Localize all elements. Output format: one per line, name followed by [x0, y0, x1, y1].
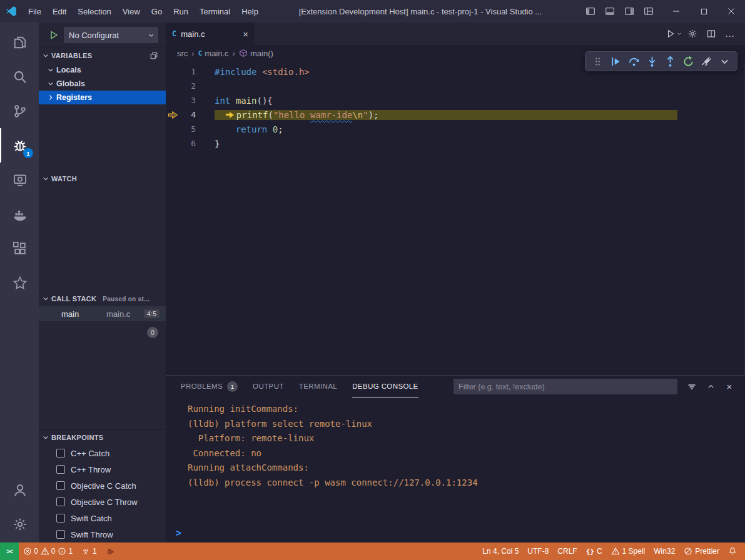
- split-editor-icon[interactable]: [702, 25, 720, 42]
- console-line: Running initCommands:: [188, 402, 745, 417]
- activity-item-accounts[interactable]: [0, 472, 39, 507]
- chevron-down-small-icon[interactable]: [719, 56, 731, 68]
- menu-selection[interactable]: Selection: [72, 0, 116, 22]
- checkbox-unchecked[interactable]: [56, 449, 65, 458]
- status-platform[interactable]: Win32: [649, 542, 679, 560]
- breadcrumb-item-src[interactable]: src: [177, 49, 188, 58]
- menu-go[interactable]: Go: [146, 0, 168, 22]
- status-language-mode[interactable]: {}C: [582, 542, 607, 560]
- close-button[interactable]: [717, 0, 745, 22]
- debug-console-input[interactable]: >: [166, 524, 745, 542]
- run-or-debug-icon[interactable]: [665, 25, 682, 42]
- toggle-sidebar-icon[interactable]: [582, 3, 599, 19]
- status-spell-checker[interactable]: 1 Spell: [607, 542, 650, 560]
- line-number[interactable]: 4: [180, 110, 196, 119]
- panel-tab-terminal[interactable]: TERMINAL: [299, 376, 337, 398]
- menu-help[interactable]: Help: [236, 0, 264, 22]
- tab-main-c[interactable]: C main.c ×: [166, 22, 255, 45]
- menu-file[interactable]: File: [23, 0, 47, 22]
- toggle-secondary-sidebar-icon[interactable]: [621, 3, 638, 19]
- menu-terminal[interactable]: Terminal: [194, 0, 236, 22]
- customize-layout-icon[interactable]: [640, 3, 657, 19]
- line-number[interactable]: 3: [180, 96, 196, 105]
- console-line: (lldb) platform select remote-linux: [188, 417, 745, 432]
- toggle-panel-icon[interactable]: [601, 3, 619, 19]
- checkbox-unchecked[interactable]: [56, 481, 65, 490]
- code-editor[interactable]: 1#include <stdio.h>23int main(){4 printf…: [166, 61, 745, 375]
- ports-status[interactable]: 1: [77, 542, 101, 560]
- status-formatter[interactable]: Prettier: [679, 542, 724, 560]
- activity-item-star[interactable]: [0, 266, 39, 300]
- step-out-icon[interactable]: [664, 56, 676, 68]
- console-filter-input[interactable]: [454, 379, 677, 394]
- continue-icon[interactable]: [610, 56, 622, 68]
- checkbox-unchecked[interactable]: [56, 465, 65, 474]
- disconnect-icon[interactable]: [701, 56, 712, 68]
- variables-section-header[interactable]: VARIABLES: [39, 48, 166, 63]
- token: ": [363, 110, 368, 120]
- debug-console-output[interactable]: Running initCommands:(lldb) platform sel…: [166, 398, 745, 524]
- chevron-down-icon: [46, 66, 55, 74]
- status-cursor-position[interactable]: Ln 4, Col 5: [478, 542, 523, 560]
- breadcrumb-label: main(): [250, 49, 273, 58]
- menu-edit[interactable]: Edit: [47, 0, 72, 22]
- line-number[interactable]: 2: [180, 81, 196, 91]
- variables-item-locals[interactable]: Locals: [39, 63, 166, 77]
- activity-item-docker[interactable]: [0, 197, 39, 231]
- breakpoints-section: BREAKPOINTS C++ CatchC++ ThrowObjective …: [39, 429, 166, 542]
- start-debugging-icon[interactable]: [49, 30, 59, 40]
- line-number[interactable]: 6: [180, 139, 196, 148]
- line-number[interactable]: 1: [180, 67, 196, 76]
- panel-tab-output[interactable]: OUTPUT: [253, 376, 284, 398]
- breadcrumb-item-main-c[interactable]: Cmain.c: [198, 49, 229, 58]
- panel-tab-problems[interactable]: PROBLEMS1: [181, 376, 238, 398]
- checkbox-unchecked[interactable]: [56, 530, 65, 539]
- remote-explorer-icon: [13, 172, 28, 188]
- panel-tab-debug-console[interactable]: DEBUG CONSOLE: [352, 376, 418, 398]
- maximize-button[interactable]: [690, 0, 717, 22]
- breakpoints-section-header[interactable]: BREAKPOINTS: [39, 430, 166, 445]
- menu-view[interactable]: View: [117, 0, 146, 22]
- problems-status[interactable]: 001: [19, 542, 77, 560]
- activity-item-explorer[interactable]: [0, 25, 39, 59]
- window-title: [Extension Development Host] main.c - te…: [264, 7, 577, 16]
- debug-status[interactable]: [101, 542, 119, 560]
- restart-icon[interactable]: [682, 56, 694, 68]
- activity-item-remote-explorer[interactable]: [0, 162, 39, 197]
- filter-icon[interactable]: [684, 379, 700, 395]
- chevron-up-icon[interactable]: [702, 379, 719, 395]
- debug-config-select[interactable]: No Configurat: [64, 27, 158, 43]
- problem-count: 0: [34, 547, 38, 556]
- remote-indicator[interactable]: ><: [0, 542, 19, 560]
- menu-bar: FileEditSelectionViewGoRunTerminalHelp: [23, 0, 264, 22]
- close-icon[interactable]: ×: [243, 29, 248, 39]
- more-actions-icon[interactable]: …: [721, 25, 739, 42]
- checkbox-unchecked[interactable]: [56, 498, 65, 506]
- minimize-button[interactable]: [662, 0, 690, 22]
- step-into-icon[interactable]: [646, 56, 658, 68]
- breadcrumb-item-main[interactable]: main(): [239, 49, 273, 58]
- variables-item-globals[interactable]: Globals: [39, 77, 166, 91]
- activity-item-search[interactable]: [0, 59, 39, 94]
- debug-settings-icon[interactable]: [684, 25, 701, 42]
- star-icon: [13, 276, 28, 291]
- current-line-arrow-icon[interactable]: [166, 111, 180, 119]
- checkbox-unchecked[interactable]: [56, 514, 65, 522]
- activity-item-source-control[interactable]: [0, 94, 39, 128]
- activity-item-settings[interactable]: [0, 507, 39, 541]
- activity-item-extensions[interactable]: [0, 231, 39, 266]
- status-notifications[interactable]: [724, 542, 741, 560]
- close-panel-icon[interactable]: ×: [721, 379, 737, 395]
- variables-item-registers[interactable]: Registers: [39, 91, 166, 104]
- status-eol[interactable]: CRLF: [553, 542, 581, 560]
- call-stack-frame[interactable]: main main.c 4:5: [39, 306, 166, 321]
- call-stack-section-header[interactable]: CALL STACK Paused on st...: [39, 291, 166, 306]
- step-over-icon[interactable]: [628, 56, 640, 68]
- frame-file: main.c: [106, 309, 130, 319]
- line-number[interactable]: 5: [180, 124, 196, 134]
- watch-section-header[interactable]: WATCH: [39, 171, 166, 186]
- activity-item-run-and-debug[interactable]: 1: [0, 128, 39, 162]
- menu-run[interactable]: Run: [168, 0, 194, 22]
- status-encoding[interactable]: UTF-8: [523, 542, 553, 560]
- copy-icon[interactable]: [150, 51, 158, 60]
